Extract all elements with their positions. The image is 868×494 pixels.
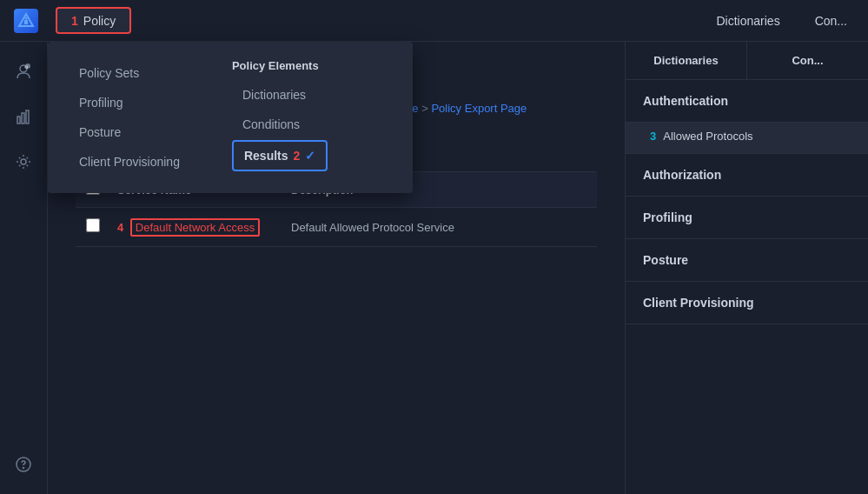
client-provisioning-title: Client Provisioning xyxy=(643,296,851,310)
posture-title: Posture xyxy=(643,253,851,267)
right-section-client-provisioning[interactable]: Client Provisioning xyxy=(626,282,868,324)
right-panel: Dictionaries Con... Authentication 3 All… xyxy=(625,42,868,494)
profiling-title: Profiling xyxy=(643,210,851,224)
nav-policy-number: 1 xyxy=(71,14,78,28)
dropdown-item-profiling[interactable]: Profiling xyxy=(69,89,190,117)
nav-item-con[interactable]: Con... xyxy=(801,0,861,41)
dropdown-item-client-provisioning[interactable]: Client Provisioning xyxy=(69,148,190,176)
dropdown-left-col: Policy Sets Profiling Posture Client Pro… xyxy=(69,59,190,176)
dropdown-item-posture[interactable]: Posture xyxy=(69,118,190,146)
svg-rect-6 xyxy=(17,117,20,124)
row-name-number: 4 xyxy=(117,221,123,234)
svg-point-9 xyxy=(21,159,26,164)
row-description: Default Allowed Protocol Service xyxy=(291,221,586,234)
left-sidebar: ⚙ xyxy=(0,42,48,494)
results-check-icon: ✓ xyxy=(305,149,315,163)
allowed-protocols-label: Allowed Protocols xyxy=(663,130,752,143)
allowed-protocols-number: 3 xyxy=(650,130,656,143)
dropdown-item-policy-sets[interactable]: Policy Sets xyxy=(69,59,190,87)
sidebar-icon-user[interactable]: ⚙ xyxy=(8,56,39,87)
dropdown-right-col: Policy Elements Dictionaries Conditions … xyxy=(232,59,328,176)
nav-dictionaries-label: Dictionaries xyxy=(717,14,780,28)
subtitle-arrow3: > xyxy=(421,102,431,115)
right-section-posture[interactable]: Posture xyxy=(626,239,868,282)
tab-dictionaries[interactable]: Dictionaries xyxy=(626,42,747,79)
authentication-title: Authentication xyxy=(643,94,851,108)
nav-item-policy[interactable]: 1 Policy xyxy=(56,7,131,34)
right-section-profiling[interactable]: Profiling xyxy=(626,197,868,239)
right-section-authentication[interactable]: Authentication xyxy=(626,80,868,123)
dropdown-item-results[interactable]: Results 2 ✓ xyxy=(232,140,328,171)
svg-point-2 xyxy=(25,17,28,19)
results-label: Results xyxy=(244,149,288,163)
row-service-name: 4 Default Network Access xyxy=(117,221,291,234)
policy-dropdown: Policy Sets Profiling Posture Client Pro… xyxy=(48,42,413,193)
table-row: 4 Default Network Access Default Allowed… xyxy=(76,208,597,247)
logo-icon xyxy=(14,9,38,33)
tab-con[interactable]: Con... xyxy=(747,42,868,79)
top-nav: 1 Policy Dictionaries Con... xyxy=(0,0,868,42)
nav-item-dictionaries[interactable]: Dictionaries xyxy=(703,0,794,41)
right-panel-sections: Authentication 3 Allowed Protocols Autho… xyxy=(626,80,868,324)
svg-rect-8 xyxy=(26,110,29,124)
right-section-sub-allowed-protocols[interactable]: 3 Allowed Protocols xyxy=(626,123,868,154)
dropdown-item-dictionaries[interactable]: Dictionaries xyxy=(232,81,328,109)
svg-rect-1 xyxy=(24,20,28,24)
sidebar-icon-settings[interactable] xyxy=(8,146,39,177)
nav-logo xyxy=(0,0,52,41)
sidebar-icon-reports[interactable] xyxy=(8,101,39,132)
row-checkbox[interactable] xyxy=(86,218,100,232)
row-checkbox-col xyxy=(86,218,107,236)
sidebar-icon-help[interactable] xyxy=(8,449,39,480)
svg-point-11 xyxy=(23,468,24,469)
right-panel-tabs: Dictionaries Con... xyxy=(626,42,868,80)
authorization-title: Authorization xyxy=(643,168,851,182)
subtitle-link-export[interactable]: Policy Export Page xyxy=(431,102,527,115)
dropdown-policy-elements-header: Policy Elements xyxy=(232,59,328,72)
results-number: 2 xyxy=(294,149,301,163)
dropdown-item-conditions[interactable]: Conditions xyxy=(232,110,328,138)
nav-policy-label: Policy xyxy=(83,14,116,28)
nav-con-label: Con... xyxy=(815,14,847,28)
right-section-authorization[interactable]: Authorization xyxy=(626,154,868,197)
default-network-access-link[interactable]: Default Network Access xyxy=(130,218,260,237)
svg-rect-7 xyxy=(22,113,24,124)
